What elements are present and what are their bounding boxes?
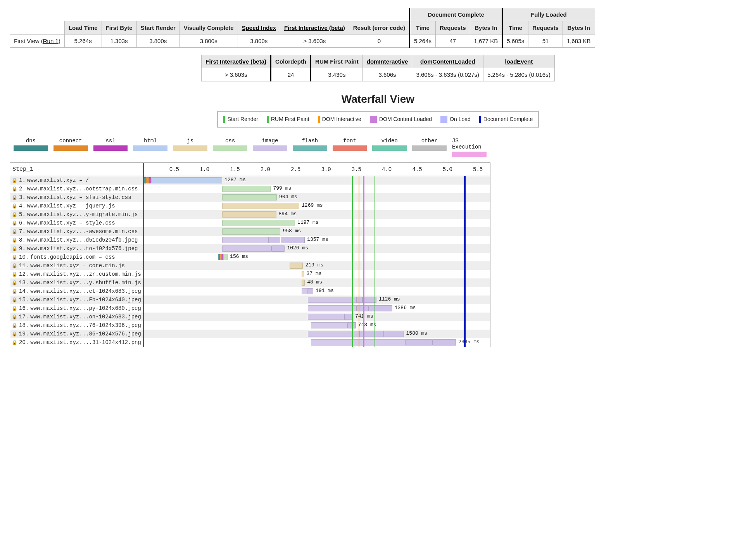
- waterfall-row[interactable]: 🔒 7. www.maxlist.xyz...-awesome.min.css9…: [10, 227, 490, 236]
- lock-icon: 🔒: [12, 314, 17, 320]
- waterfall-row[interactable]: 🔒20. www.maxlist.xyz....31-1024x412.png2…: [10, 338, 490, 347]
- waterfall-row[interactable]: 🔒 3. www.maxlist.xyz – sfsi-style.css904…: [10, 193, 490, 202]
- waterfall-bar: [432, 339, 456, 346]
- waterfall-bar: [222, 211, 276, 218]
- waterfall-row-label: 🔒11. www.maxlist.xyz – core.min.js: [10, 261, 144, 270]
- waterfall-row[interactable]: 🔒 2. www.maxlist.xyz...ootstrap.min.css7…: [10, 185, 490, 193]
- waterfall-row[interactable]: 🔒17. www.maxlist.xyz...on-1024x683.jpeg7…: [10, 313, 490, 321]
- waterfall-row-label: 🔒 3. www.maxlist.xyz – sfsi-style.css: [10, 193, 144, 202]
- legend-label: DOM Content Loaded: [379, 116, 432, 122]
- type-legend-item: flash: [293, 138, 327, 157]
- waterfall-row[interactable]: 🔒11. www.maxlist.xyz – core.min.js219 ms: [10, 261, 490, 270]
- sth-rum-first-paint: RUM First Paint: [311, 55, 363, 68]
- waterfall-row[interactable]: 🔒15. www.maxlist.xyz...Fb-1024x640.jpeg1…: [10, 296, 490, 304]
- waterfall-ms-label: 1197 ms: [297, 219, 319, 225]
- type-legend-bar: [452, 152, 487, 157]
- waterfall-tick: 5.0: [443, 163, 452, 176]
- waterfall-row-chart: 958 ms: [144, 227, 490, 236]
- waterfall-tick: 0.5: [169, 163, 179, 176]
- waterfall-row-label: 🔒 6. www.maxlist.xyz – style.css: [10, 219, 144, 227]
- legend-label: On Load: [450, 116, 471, 122]
- waterfall-row[interactable]: 🔒13. www.maxlist.xyz...y.shuffle.min.js4…: [10, 278, 490, 287]
- waterfall-bar: [220, 254, 222, 260]
- waterfall-row-chart: 48 ms: [144, 278, 490, 287]
- waterfall-tick: 1.5: [230, 163, 240, 176]
- waterfall-bar: [384, 331, 404, 337]
- legend-item: Document Complete: [479, 116, 533, 123]
- waterfall-row[interactable]: 🔒 6. www.maxlist.xyz – style.css1197 ms: [10, 219, 490, 227]
- type-legend-item: JS Execution: [452, 138, 487, 157]
- sth-dom-interactive[interactable]: domInteractive: [362, 55, 412, 68]
- waterfall-row[interactable]: 🔒19. www.maxlist.xyz...86-1024x576.jpeg1…: [10, 330, 490, 338]
- waterfall-row[interactable]: 🔒 4. www.maxlist.xyz – jquery.js1269 ms: [10, 202, 490, 210]
- type-legend-label: css: [225, 138, 235, 144]
- lock-icon: 🔒: [12, 289, 17, 294]
- metrics-table: Document Complete Fully Loaded Load Time…: [10, 8, 595, 48]
- waterfall-row[interactable]: 🔒12. www.maxlist.xyz...zr.custom.min.js3…: [10, 270, 490, 278]
- waterfall-ms-label: 894 ms: [279, 211, 297, 217]
- type-legend-label: other: [421, 138, 438, 144]
- waterfall-row-chart: 156 ms: [144, 253, 490, 261]
- run-link[interactable]: Run 1: [43, 38, 59, 44]
- waterfall-row-chart: 1287 ms: [144, 176, 490, 185]
- waterfall-row-label: 🔒 5. www.maxlist.xyz...y-migrate.min.js: [10, 210, 144, 219]
- th-speed-index[interactable]: Speed Index: [238, 21, 280, 35]
- type-legend-item: html: [133, 138, 167, 157]
- sth-dom-content-loaded[interactable]: domContentLoaded: [412, 55, 483, 68]
- waterfall-row-label: 🔒18. www.maxlist.xyz...76-1024x396.jpeg: [10, 321, 144, 330]
- waterfall-row[interactable]: 🔒 5. www.maxlist.xyz...y-migrate.min.js8…: [10, 210, 490, 219]
- waterfall-bar: [308, 305, 356, 311]
- waterfall-row-label: 🔒17. www.maxlist.xyz...on-1024x683.jpeg: [10, 313, 144, 321]
- waterfall-row[interactable]: 🔒14. www.maxlist.xyz...et-1024x683.jpeg1…: [10, 287, 490, 296]
- waterfall-ms-label: 156 ms: [230, 254, 248, 259]
- waterfall-row-chart: 1026 ms: [144, 244, 490, 253]
- th-first-interactive[interactable]: First Interactive (beta): [280, 21, 349, 35]
- waterfall-row[interactable]: 🔒10. fonts.googleapis.com – css156 ms: [10, 253, 490, 261]
- waterfall-row[interactable]: 🔒18. www.maxlist.xyz...76-1024x396.jpeg7…: [10, 321, 490, 330]
- std-rum-first-paint: 3.430s: [311, 68, 363, 81]
- type-legend-bar: [54, 145, 88, 151]
- waterfall-row[interactable]: 🔒 9. www.maxlist.xyz...to-1024x576.jpeg1…: [10, 244, 490, 253]
- metrics-section: Document Complete Fully Loaded Load Time…: [10, 8, 746, 48]
- type-legend-item: dns: [14, 138, 48, 157]
- sth-load-event[interactable]: loadEvent: [483, 55, 555, 68]
- waterfall-row[interactable]: 🔒 8. www.maxlist.xyz...d51cd5204fb.jpeg1…: [10, 236, 490, 244]
- waterfall-row[interactable]: 🔒 1. www.maxlist.xyz – /1287 ms: [10, 176, 490, 185]
- waterfall-row-chart: 1197 ms: [144, 219, 490, 227]
- th-fl-requests: Requests: [528, 21, 563, 35]
- waterfall-row[interactable]: 🔒16. www.maxlist.xyz...py-1024x680.jpeg1…: [10, 304, 490, 313]
- type-legend-item: font: [333, 138, 367, 157]
- waterfall-ms-label: 1287 ms: [224, 177, 246, 183]
- waterfall-row-label: 🔒13. www.maxlist.xyz...y.shuffle.min.js: [10, 278, 144, 287]
- td-dc-bytes: 1,677 KB: [470, 35, 502, 48]
- type-legend-bar: [14, 145, 48, 151]
- sth-first-interactive[interactable]: First Interactive (beta): [202, 55, 271, 68]
- waterfall-bar: [311, 339, 405, 346]
- td-visually-complete: 3.800s: [180, 35, 238, 48]
- waterfall-ms-label: 958 ms: [283, 228, 301, 234]
- waterfall-row-chart: 894 ms: [144, 210, 490, 219]
- type-legend-bar: [253, 145, 287, 151]
- type-legend-label: video: [381, 138, 398, 144]
- td-first-byte: 1.303s: [102, 35, 136, 48]
- sub-metrics-section: First Interactive (beta) Colordepth RUM …: [10, 55, 746, 81]
- waterfall-ms-label: 1386 ms: [395, 305, 416, 311]
- std-load-event: 5.264s - 5.280s (0.016s): [483, 68, 555, 81]
- group-header-fully-loaded: Fully Loaded: [502, 8, 595, 21]
- waterfall-bar: [362, 297, 376, 303]
- legend-label: DOM Interactive: [322, 116, 361, 122]
- type-legend-label: JS Execution: [452, 138, 487, 150]
- waterfall-ms-label: 743 ms: [358, 322, 376, 328]
- lock-icon: 🔒: [12, 237, 17, 243]
- lock-icon: 🔒: [12, 280, 17, 286]
- waterfall-ms-label: 48 ms: [307, 279, 322, 285]
- lock-icon: 🔒: [12, 203, 17, 209]
- type-legend-bar: [372, 145, 407, 151]
- type-legend-bar: [93, 145, 128, 151]
- event-legend: Start RenderRUM First PaintDOM Interacti…: [217, 111, 539, 128]
- waterfall-row-chart: 741 ms: [144, 313, 490, 321]
- lock-icon: 🔒: [12, 229, 17, 235]
- waterfall-bar: [302, 280, 305, 286]
- waterfall-tick: 3.5: [352, 163, 361, 176]
- waterfall-bar: [223, 254, 228, 260]
